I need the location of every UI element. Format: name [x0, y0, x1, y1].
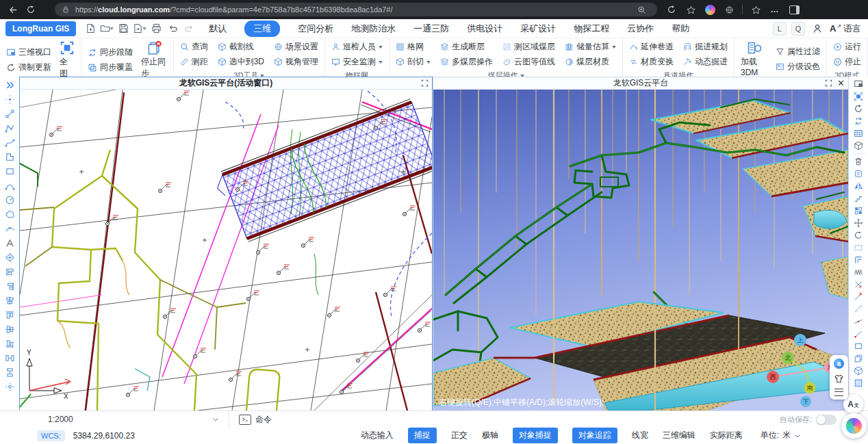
sync-follow-icon[interactable] [850, 115, 867, 127]
zoom-extent-icon[interactable] [850, 90, 867, 103]
btn-seam-material[interactable]: 煤层材质 [565, 55, 616, 68]
refresh-icon[interactable] [850, 103, 867, 115]
user-chip-q[interactable]: Q [791, 22, 805, 36]
toggle-actual-distance[interactable]: 实际距离 [710, 430, 743, 441]
toggle-object-snap[interactable]: 对象捕捉 [513, 428, 558, 443]
theme-shirt-icon[interactable] [834, 374, 844, 384]
distribute-horizontal-icon[interactable] [1, 351, 18, 365]
more-menu-icon[interactable]: … [766, 3, 784, 16]
menu-ventilation[interactable]: 一通三防 [413, 23, 449, 35]
align-bottom-icon[interactable] [1, 337, 18, 351]
point-tool-icon[interactable] [1, 92, 18, 107]
maximize-icon[interactable] [421, 79, 429, 87]
scene-3d-canvas[interactable]: 上 北 西 东 南 下 右键旋转(Q/E);中键平移(A/D);滚轮缩放(W/S… [433, 90, 848, 410]
undo-icon[interactable] [165, 22, 180, 36]
btn-selected-to-3d[interactable]: 选中到3D [218, 55, 264, 68]
btn-extend-roadway[interactable]: 延伸巷道 [629, 40, 674, 53]
close-icon[interactable]: ✕ [837, 79, 845, 88]
btn-section-cut[interactable]: 剖切 [396, 55, 431, 68]
browser-back-button[interactable] [4, 3, 22, 16]
line-tool-icon[interactable] [1, 107, 18, 121]
toggle-object-track[interactable]: 对象追踪 [572, 428, 617, 443]
mirror-icon[interactable] [850, 180, 867, 192]
btn-stop-sync[interactable]: 停止同步 [141, 40, 167, 79]
btn-query[interactable]: 查询 [180, 40, 208, 53]
hatch-tool-icon[interactable] [1, 250, 18, 265]
language-switcher[interactable]: A↗语言 [830, 23, 861, 35]
viewport-icon[interactable] [850, 78, 867, 90]
user-chip-l[interactable]: L [773, 22, 787, 36]
align-left-icon[interactable] [1, 265, 18, 279]
rectangle-icon[interactable] [850, 340, 867, 352]
rotate-icon[interactable] [850, 229, 867, 241]
btn-excavation-plan[interactable]: 掘进规划 [683, 40, 728, 53]
map-grid-icon[interactable] [850, 127, 867, 140]
btn-reserve-estimate[interactable]: 储量估算 [565, 40, 616, 53]
browser-reload-button[interactable] [22, 3, 40, 16]
offset-icon[interactable] [850, 254, 867, 266]
annotation-icon[interactable] [850, 168, 867, 180]
revision-cloud-icon[interactable] [1, 207, 18, 222]
open-folder-icon[interactable] [99, 22, 114, 36]
rectangle-tool-icon[interactable] [1, 164, 18, 179]
spring-line-icon[interactable] [850, 266, 867, 278]
favorites-bar-icon[interactable] [747, 3, 765, 16]
clip-box-icon[interactable] [850, 140, 867, 152]
extension-icon[interactable] [720, 3, 738, 16]
btn-stop[interactable]: 停止 [833, 55, 861, 68]
favorite-star-icon[interactable] [682, 3, 700, 16]
menu-default[interactable]: 默认 [209, 23, 227, 35]
arc-3point-icon[interactable] [1, 222, 18, 236]
btn-inspection-staff[interactable]: 巡检人员 [331, 40, 383, 53]
profile-avatar[interactable] [701, 3, 719, 16]
toggle-dynamic-input[interactable]: 动态输入 [361, 430, 394, 441]
btn-dynamic-excavation[interactable]: 动态掘进 [683, 55, 728, 68]
hatch-pattern-icon[interactable] [850, 377, 867, 389]
browser-split-icon[interactable] [663, 3, 680, 16]
menu-hamburger-icon[interactable] [834, 389, 843, 396]
btn-force-update[interactable]: 强制更新 [6, 61, 51, 74]
menu-3d[interactable]: 三维 [244, 21, 280, 37]
save-icon[interactable] [116, 22, 131, 36]
btn-3d-viewport[interactable]: 三维视口 [6, 46, 51, 59]
btn-sync-overlay[interactable]: 同步覆盖 [88, 61, 133, 74]
raise-icon[interactable] [850, 192, 867, 205]
btn-material-transform[interactable]: 材质变换 [629, 55, 674, 68]
btn-measure-region-seam[interactable]: 测区域煤层 [502, 40, 555, 53]
export-doc-icon[interactable] [132, 22, 147, 36]
distribute-vertical-icon[interactable] [1, 365, 18, 380]
spline-tool-icon[interactable] [1, 135, 18, 150]
text-tool-icon[interactable] [1, 236, 18, 250]
new-file-icon[interactable] [83, 22, 98, 36]
btn-scene-settings[interactable]: 场景设置 [274, 40, 318, 53]
layout-grid-icon[interactable] [850, 205, 867, 217]
copy-icon[interactable] [850, 352, 867, 365]
toggle-ortho[interactable]: 正交 [451, 430, 468, 441]
toggle-3d-edit[interactable]: 三维编辑 [663, 430, 695, 441]
command-input[interactable]: 命令 [229, 414, 272, 426]
align-right-icon[interactable] [1, 279, 18, 293]
polyline-tool-icon[interactable] [1, 121, 18, 135]
expand-icon[interactable] [1, 78, 18, 92]
polygon-tool-icon[interactable] [1, 150, 18, 164]
btn-attribute-filter[interactable]: 属性过滤 [776, 45, 820, 58]
btn-multi-seam-ops[interactable]: 多煤层操作 [440, 55, 493, 68]
toggle-snap[interactable]: 捕捉 [408, 428, 437, 443]
circle-tool-icon[interactable] [1, 193, 18, 207]
btn-zoom-extent[interactable]: 全图 [60, 40, 75, 79]
menu-spatial-analysis[interactable]: 空间分析 [298, 23, 333, 35]
assistant-logo-icon[interactable]: a [834, 358, 844, 369]
btn-load-3dm[interactable]: 加载3DM [741, 40, 767, 77]
btn-run[interactable]: 运行 [833, 40, 861, 53]
menu-geology-water[interactable]: 地测防治水 [351, 23, 396, 35]
unit-select[interactable]: 单位: 米 [761, 430, 801, 441]
map-2d-canvas[interactable]: Y X [20, 90, 432, 410]
btn-contour-cloudmap[interactable]: 云图等值线 [502, 55, 555, 68]
delete-icon[interactable] [850, 155, 867, 168]
align-middle-icon[interactable] [1, 322, 18, 337]
menu-mining-design[interactable]: 采矿设计 [520, 23, 556, 35]
menu-cloud-collab[interactable]: 云协作 [627, 23, 654, 35]
redo-icon[interactable] [181, 22, 196, 36]
btn-measure-distance[interactable]: 测距 [180, 55, 208, 68]
btn-cutting-line[interactable]: 截割线 [218, 40, 264, 53]
